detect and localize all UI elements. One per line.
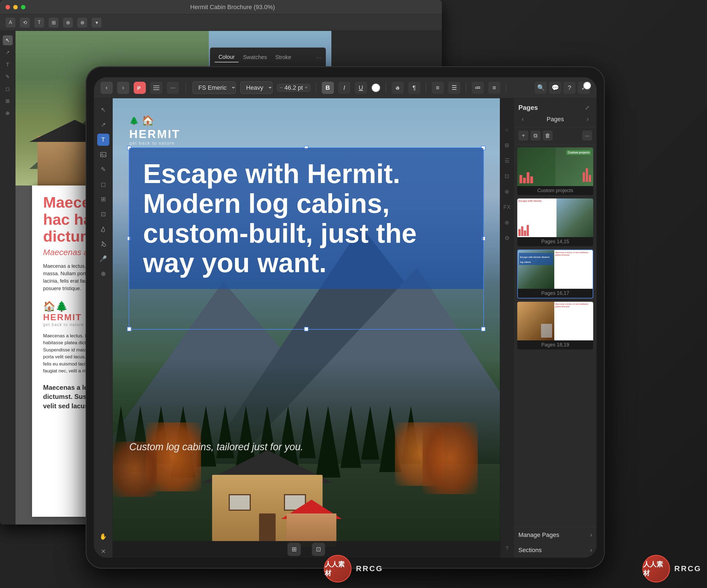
add-page-btn[interactable]: + <box>518 131 528 140</box>
edge-tool-2[interactable]: ⊞ <box>502 140 512 150</box>
t2b4 <box>527 225 529 236</box>
forward-button[interactable]: › <box>117 82 129 94</box>
tool-zoom[interactable]: ⊕ <box>97 268 109 280</box>
italic-button[interactable]: I <box>338 82 350 94</box>
back-button[interactable]: ‹ <box>101 82 113 94</box>
subtitle-container: Custom log cabins, tailored just for you… <box>129 441 303 453</box>
pages-nav-prev[interactable]: ‹ <box>518 115 527 124</box>
back-tool-image[interactable]: ⊞ <box>3 96 13 106</box>
panel-expand-btn[interactable]: ⤢ <box>582 103 592 113</box>
strikethrough-button[interactable]: a̶ <box>392 82 404 94</box>
minimize-dot[interactable] <box>13 5 18 9</box>
app-icon: P <box>134 82 146 94</box>
page-thumb-1[interactable]: Custom projects <box>517 147 593 195</box>
tool-image[interactable] <box>97 148 109 161</box>
thumb3-left: Escape with Hermit. Modern log cabins <box>518 250 554 289</box>
tool-crop[interactable]: ⊡ <box>97 208 109 220</box>
tool-microphone[interactable]: 🎤 <box>97 253 109 265</box>
tool-hand[interactable]: ✋ <box>97 530 109 543</box>
colour-tab-stroke[interactable]: Stroke <box>271 53 295 62</box>
pages-nav-next[interactable]: › <box>583 115 592 124</box>
maximize-dot[interactable] <box>21 5 25 9</box>
edge-tool-6[interactable]: FX <box>502 202 512 212</box>
colour-tab-colour[interactable]: Colour <box>214 52 239 62</box>
back-toolbar-btn-1[interactable]: A <box>5 18 15 28</box>
main-headline: Escape with Hermit. Modern log cabins, c… <box>143 159 470 278</box>
edge-tool-7[interactable]: ⊕ <box>502 217 512 228</box>
help-button[interactable]: ? <box>563 82 576 94</box>
back-tool-text[interactable]: T <box>3 60 13 70</box>
tree-13 <box>361 406 379 460</box>
thumb3-label: Pages 16,17 <box>518 289 593 298</box>
edge-tool-9[interactable]: ? <box>502 543 512 553</box>
back-tool-node[interactable]: ↗ <box>3 47 13 58</box>
thumb1-label: Custom projects <box>517 186 593 195</box>
font-family-selector[interactable]: FS Emeric <box>193 81 236 94</box>
text-colour-swatch[interactable] <box>371 83 380 92</box>
back-tool-pen[interactable]: ✎ <box>3 72 13 82</box>
edge-tool-4[interactable]: ⊡ <box>502 171 512 181</box>
ipad-body: ↖ ↗ T ✎ ◻ ⊞ ⊡ <box>94 98 597 558</box>
duplicate-page-btn[interactable]: ⧉ <box>531 131 540 140</box>
tool-node-arrow[interactable]: ↗ <box>97 119 109 131</box>
paragraph-button[interactable]: ¶ <box>408 82 420 94</box>
back-toolbar-btn-2[interactable]: ⟲ <box>20 18 30 28</box>
tool-fill[interactable] <box>97 223 109 235</box>
back-toolbar-btn-6[interactable]: ⊗ <box>77 18 87 28</box>
more-options-button[interactable]: ··· <box>167 82 179 94</box>
edge-tool-8[interactable]: ⚙ <box>502 233 512 243</box>
tool-eyedropper[interactable] <box>97 238 109 250</box>
text-frame-button[interactable]: 💬 <box>549 82 561 94</box>
page-thumb-3[interactable]: Escape with Hermit. Modern log cabins Ma… <box>517 249 593 299</box>
page-thumb-2[interactable]: Escape with Hermit. <box>517 199 593 246</box>
numbered-list-button[interactable]: ≡ <box>488 82 500 94</box>
align-center-button[interactable]: ☰ <box>448 82 460 94</box>
search-text-button[interactable]: 🔍 <box>535 82 547 94</box>
pages-more-btn[interactable]: ··· <box>582 131 592 140</box>
back-toolbar-btn-4[interactable]: ⊞ <box>48 18 59 28</box>
font-size-decrease[interactable]: − <box>279 84 283 91</box>
tool-select-arrow[interactable]: ↖ <box>97 104 109 116</box>
tool-shape[interactable]: ◻ <box>97 178 109 191</box>
bold-button[interactable]: B <box>322 82 334 94</box>
font-size-increase[interactable]: + <box>305 84 308 91</box>
sections-row[interactable]: Sections › <box>514 543 597 558</box>
close-dot[interactable] <box>5 5 10 9</box>
manage-pages-row[interactable]: Manage Pages › <box>514 527 597 543</box>
sidebar-toggle[interactable] <box>150 82 162 94</box>
thumb2-label: Pages 14,15 <box>517 237 593 246</box>
list-button[interactable]: ≔ <box>472 82 484 94</box>
t2b3 <box>524 231 526 236</box>
thumb3-container: Escape with Hermit. Modern log cabins Ma… <box>518 250 593 289</box>
svg-rect-4 <box>102 153 103 154</box>
delete-page-btn[interactable]: 🗑 <box>543 131 552 140</box>
watermark-logo-left: 人人素材 <box>324 555 351 583</box>
bottom-pages-btn[interactable]: ⊞ <box>288 543 301 556</box>
manage-pages-label: Manage Pages <box>518 531 590 539</box>
thumb3-text-box: Escape with Hermit. Modern log cabins <box>519 253 553 265</box>
page-thumb-4[interactable]: Maecenas a lectus. In hac habitasse plat… <box>517 302 593 349</box>
tool-pen[interactable]: ✎ <box>97 164 109 176</box>
back-tool-zoom[interactable]: ⊕ <box>3 108 13 118</box>
colour-tab-swatches[interactable]: Swatches <box>239 53 271 62</box>
back-toolbar-btn-7[interactable]: ▾ <box>92 18 102 28</box>
underline-button[interactable]: U <box>355 82 367 94</box>
colour-panel-menu[interactable]: ⋯ <box>316 54 321 61</box>
tool-text[interactable]: T <box>97 134 109 146</box>
edge-tool-1[interactable]: ○ <box>502 125 512 135</box>
align-left-button[interactable]: ≡ <box>432 82 444 94</box>
back-tool-select[interactable]: ↖ <box>3 35 13 45</box>
pages-nav-title: Pages <box>527 116 583 123</box>
house-icon: 🏠 <box>142 115 154 127</box>
bottom-view-btn[interactable]: ⊡ <box>312 543 325 556</box>
font-weight-selector[interactable]: Heavy <box>240 81 273 94</box>
tool-artboard[interactable]: ⊞ <box>97 193 109 205</box>
thumb3-right-text: Maecenas a lectus. In hac habitasse plat… <box>556 251 592 256</box>
edge-tool-3[interactable]: ☰ <box>502 156 512 166</box>
pages-actions: + ⧉ 🗑 ··· <box>514 127 597 144</box>
back-left-tools: ↖ ↗ T ✎ ◻ ⊞ ⊕ <box>0 31 15 524</box>
edge-tool-5[interactable]: ⊗ <box>502 186 512 197</box>
back-toolbar-btn-3[interactable]: T <box>34 18 44 28</box>
back-tool-shape[interactable]: ◻ <box>3 84 13 94</box>
back-toolbar-btn-5[interactable]: ⊕ <box>63 18 73 28</box>
